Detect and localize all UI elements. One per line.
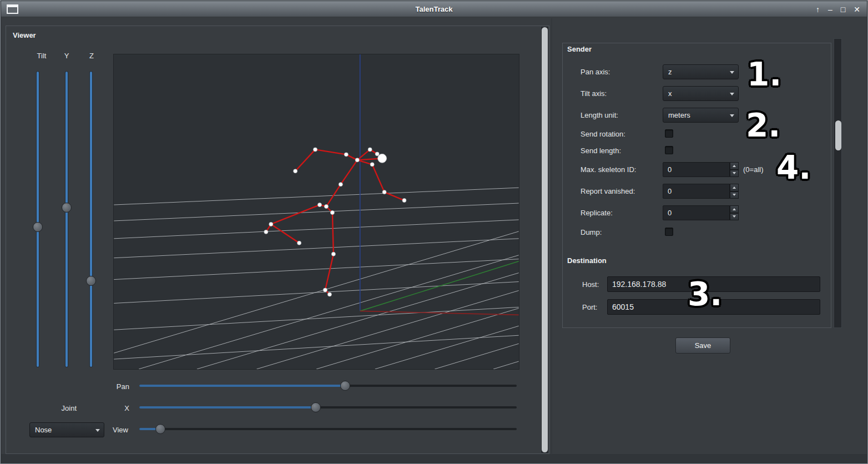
y-slider-track[interactable]	[65, 72, 68, 367]
port-label: Port:	[582, 303, 597, 311]
viewer-scrollbar-thumb[interactable]	[542, 27, 548, 452]
tilt-axis-select[interactable]: x	[663, 86, 739, 101]
length-unit-label: Length unit:	[581, 111, 618, 119]
z-slider-handle[interactable]	[86, 276, 96, 286]
spin-up-button[interactable]	[730, 205, 739, 213]
viewer-scrollbar[interactable]	[541, 26, 549, 453]
annotation-4: 4.	[776, 152, 811, 184]
save-button[interactable]: Save	[675, 337, 730, 354]
replicate-input[interactable]	[663, 205, 730, 220]
triangle-up-icon	[733, 165, 736, 167]
tilt-slider-label: Tilt	[33, 52, 50, 60]
report-vanished-spinbox[interactable]	[663, 184, 739, 199]
triangle-up-icon	[733, 208, 736, 210]
report-vanished-input[interactable]	[663, 184, 730, 199]
view-slider-handle[interactable]	[155, 424, 165, 434]
triangle-down-icon	[733, 194, 736, 196]
annotation-2: 2.	[746, 109, 780, 142]
y-axis	[360, 261, 519, 311]
pan-slider-label: Pan	[96, 382, 129, 391]
annotation-3: 3.	[688, 278, 722, 310]
triangle-up-icon	[733, 186, 736, 189]
x-slider-fill	[139, 406, 316, 408]
pan-slider-fill	[139, 385, 345, 387]
joint-select-value: Nose	[35, 426, 52, 434]
view-slider[interactable]	[139, 424, 517, 434]
tilt-axis-value: x	[668, 89, 672, 98]
triangle-down-icon	[733, 215, 736, 218]
minimize-icon[interactable]: –	[828, 6, 832, 13]
tilt-slider[interactable]	[36, 72, 40, 367]
view-slider-track[interactable]	[139, 428, 517, 430]
spin-down-button[interactable]	[730, 213, 739, 221]
send-length-checkbox[interactable]	[665, 146, 673, 154]
triangle-down-icon	[733, 172, 736, 174]
sender-group-title: Sender	[566, 45, 593, 53]
replicate-spinbox[interactable]	[663, 205, 739, 220]
y-slider-handle[interactable]	[62, 203, 72, 213]
window-title: TalenTrack	[1, 5, 867, 13]
y-slider[interactable]	[64, 72, 69, 367]
joint-label: Joint	[43, 404, 77, 412]
pan-axis-label: Pan axis:	[581, 68, 610, 76]
shade-icon[interactable]: ↑	[816, 6, 820, 13]
skeleton-joints	[264, 148, 406, 296]
close-icon[interactable]: ✕	[854, 6, 860, 13]
chevron-down-icon	[95, 429, 100, 432]
app-window: TalenTrack ↑ – □ ✕ Viewer Tilt Y Z	[0, 0, 868, 464]
skeleton-bones	[266, 149, 404, 294]
pan-slider-handle[interactable]	[340, 381, 350, 391]
send-length-label: Send length:	[581, 147, 621, 155]
tilt-axis-label: Tilt axis:	[581, 89, 607, 98]
axes	[360, 54, 519, 315]
floor-grid	[114, 188, 518, 369]
x-slider[interactable]	[139, 402, 517, 412]
send-rotation-label: Send rotation:	[581, 130, 625, 138]
pan-slider[interactable]	[139, 381, 517, 391]
pan-axis-select[interactable]: z	[663, 64, 739, 79]
length-unit-value: meters	[668, 111, 690, 119]
sender-scrollbar[interactable]	[834, 38, 842, 328]
x-slider-label: X	[96, 404, 129, 412]
window-controls: ↑ – □ ✕	[816, 1, 860, 17]
max-skeleton-id-label: Max. skeleton ID:	[581, 165, 636, 174]
max-skeleton-id-hint: (0=all)	[743, 165, 764, 174]
panel-separator	[551, 18, 552, 453]
z-slider[interactable]	[89, 72, 93, 367]
tilt-slider-track[interactable]	[37, 72, 39, 367]
dump-checkbox[interactable]	[665, 228, 673, 236]
z-slider-label: Z	[84, 52, 99, 60]
chevron-down-icon	[730, 93, 734, 95]
pan-axis-value: z	[668, 68, 672, 76]
report-vanished-label: Report vanished:	[581, 187, 635, 195]
replicate-label: Replicate:	[581, 209, 613, 217]
spin-down-button[interactable]	[730, 191, 739, 199]
destination-title: Destination	[566, 256, 608, 265]
viewer-group-title: Viewer	[11, 31, 38, 39]
max-skeleton-id-spinbox[interactable]	[663, 162, 739, 177]
send-rotation-checkbox[interactable]	[665, 129, 673, 138]
spin-up-button[interactable]	[730, 162, 739, 170]
host-label: Host:	[582, 280, 599, 289]
sender-scrollbar-thumb[interactable]	[835, 120, 841, 150]
chevron-down-icon	[730, 114, 734, 117]
tilt-slider-handle[interactable]	[33, 222, 43, 232]
length-unit-select[interactable]: meters	[663, 108, 739, 123]
window-bottom-edge	[1, 454, 867, 463]
annotation-1: 1.	[747, 58, 781, 90]
chevron-down-icon	[730, 71, 734, 74]
maximize-icon[interactable]: □	[841, 6, 845, 13]
joint-select[interactable]: Nose	[29, 422, 104, 437]
dump-label: Dump:	[581, 228, 602, 236]
x-slider-handle[interactable]	[311, 402, 321, 412]
spin-up-button[interactable]	[730, 184, 739, 191]
titlebar[interactable]: TalenTrack ↑ – □ ✕	[1, 1, 867, 17]
spin-down-button[interactable]	[730, 170, 739, 178]
y-slider-label: Y	[59, 52, 74, 60]
max-skeleton-id-input[interactable]	[663, 162, 730, 177]
viewport-3d[interactable]	[113, 54, 519, 370]
z-slider-track[interactable]	[90, 72, 92, 367]
